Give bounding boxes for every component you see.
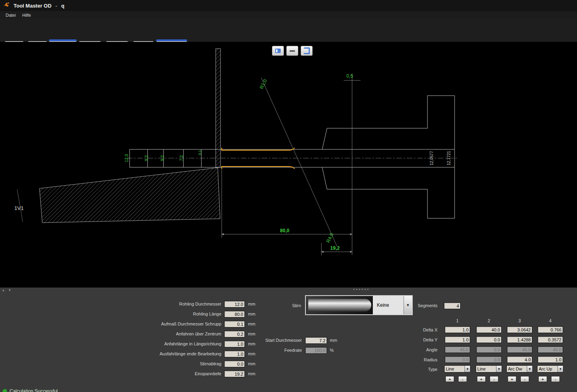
type-3-dropdown[interactable]: Arc Dw ▼ [506,365,533,372]
dim-stirn-offset: 0,5 [347,73,353,79]
segment-column-header: 4 [538,318,563,323]
chevron-down-icon: ▼ [527,366,532,372]
segments-count-input[interactable] [444,302,461,309]
type-4-dropdown[interactable]: Arc Up ▼ [537,365,563,372]
unit-label: mm [248,321,255,327]
panel-right-button[interactable] [301,46,313,56]
title-bar: Tool Master OD - q [0,0,577,11]
field-label: Ausfahrlänge ende Bearbeitung [96,351,221,357]
delta-x-1-input[interactable] [445,326,470,333]
delta-x-4-input[interactable] [538,326,563,333]
stirn-dropdown[interactable]: Keine ▼ [305,295,413,315]
percent-label: % [330,348,334,353]
radius-2-input [476,356,502,363]
segment-1-add-button[interactable]: + [445,376,454,382]
delta-y-label: Delta Y [407,337,437,343]
menu-datei[interactable]: Datei [2,12,19,18]
dim-dia-neck: 12,0577 [429,151,434,165]
segment-2-remove-button[interactable]: - [490,376,498,382]
tool-profile-drawing: 0,5 R1,0 R4,0 80,0 19,2 12,0 9,2 9,2 7,2… [0,42,577,288]
anfahren-zentrum-input[interactable] [224,331,245,337]
delta-x-2-input[interactable] [476,326,502,333]
dim-dia-cut: 7,2 [179,155,184,161]
panel-left-button[interactable] [272,46,284,56]
chevron-down-icon: ▼ [496,366,502,372]
radius-4-input[interactable] [538,356,563,363]
radius-label: Radius [407,357,437,363]
menu-hilfe[interactable]: Hilfe [19,12,34,18]
delta-y-3-input[interactable] [507,336,532,343]
rohling-laenge-input[interactable] [224,311,245,318]
field-label: Rohling Durchmesser [96,302,221,307]
field-label: Aufmaß Durchmesser Schrupp [96,321,221,327]
radius-3-input[interactable] [507,356,532,363]
unit-label: mm [248,371,255,376]
radius-1-input [445,356,470,363]
field-label: Einspanntiefe [96,371,221,376]
dim-clamp-depth: 19,2 [330,245,340,251]
stirn-preview-image [306,296,373,314]
segment-column-header: 2 [476,318,502,323]
panel-drag-handle[interactable] [353,289,368,290]
collapse-panel-up-button[interactable]: ▴ [2,288,4,292]
status-bar: Calculation Successful [2,387,58,392]
angle-label: Angle [407,347,437,353]
main-toolbar: Neu Öffnen Profile Simulation Bediener S… [0,19,577,42]
unit-label: mm [248,312,255,317]
segment-4-remove-button[interactable]: - [551,376,560,382]
type-2-dropdown[interactable]: Line ▼ [476,365,502,372]
unit-label: mm [248,331,255,337]
rohling-durchmesser-input[interactable] [224,301,245,308]
segment-column-header: 1 [445,318,470,323]
field-label: Anfahrlänge in Längsrichtung [96,341,221,347]
dimension-lines [222,74,360,255]
title-separator: - [55,3,57,9]
segment-1-remove-button[interactable]: - [458,376,467,382]
delta-y-1-input[interactable] [445,336,470,343]
type-1-value: Line [445,366,465,372]
chevron-down-icon: ▼ [557,366,563,372]
angle-3-input [507,346,532,353]
type-4-value: Arc Up [538,366,557,372]
stirnabtrag-input[interactable] [224,361,245,367]
segment-3-add-button[interactable]: + [508,376,516,382]
angle-1-input [445,346,470,353]
minimize-view-button[interactable] [286,46,298,56]
view-label: 1V1 [14,205,24,211]
panel-left-icon [275,49,281,53]
stirn-selected-value: Keine [373,296,404,314]
dim-seg-b: 9,2 [160,155,165,161]
app-logo-icon [3,2,10,10]
einspanntiefe-input[interactable] [224,370,245,377]
angle-2-input [476,346,502,353]
start-durchmesser-label: Start Durchmesser [223,338,302,343]
menu-bar: Datei Hilfe [0,11,577,19]
type-label: Type [407,367,437,372]
aufmass-schrupp-input[interactable] [224,321,245,327]
stirn-label: Stirn [279,303,301,308]
field-label: Rohling Länge [96,312,221,317]
segment-4-add-button[interactable]: + [538,376,547,382]
type-1-dropdown[interactable]: Line ▼ [444,365,471,372]
delta-x-3-input[interactable] [507,326,532,333]
segment-3-remove-button[interactable]: - [520,376,529,382]
delta-y-4-input[interactable] [538,336,563,343]
segment-2-add-button[interactable]: + [477,376,486,382]
delta-y-2-input[interactable] [476,336,502,343]
cylinder-preview [308,299,371,312]
collapse-panel-down-button[interactable]: ▾ [9,288,11,292]
type-2-value: Line [476,366,496,372]
dim-allowance: 0,1 [198,150,202,155]
drawing-canvas[interactable]: 0,5 R1,0 R4,0 80,0 19,2 12,0 9,2 9,2 7,2… [0,42,577,288]
grinding-wheel [39,168,220,223]
window-title: Tool Master OD [14,3,51,9]
start-durchmesser-input[interactable] [305,337,327,344]
panel-right-icon [304,47,310,54]
unit-label: mm [330,338,337,343]
dim-dia-shank: 12,7721 [447,151,451,165]
canvas-mini-toolbar [272,46,313,56]
segment-column-header: 3 [507,318,532,323]
field-label: Stirnabtrag [96,361,221,367]
unit-label: mm [248,361,255,367]
status-success-icon [2,389,7,392]
